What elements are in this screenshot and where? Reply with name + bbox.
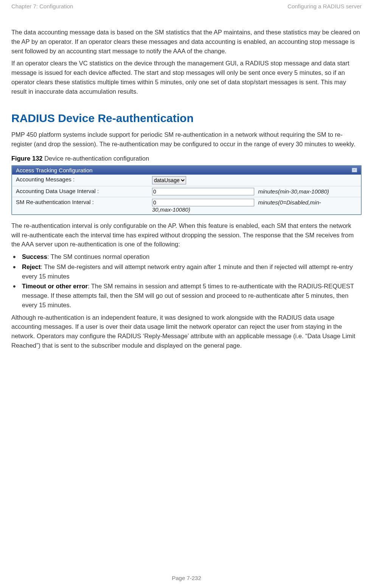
input-data-usage-interval[interactable] [152, 188, 254, 195]
input-reauth-interval[interactable] [152, 199, 254, 206]
paragraph-pmp450: PMP 450 platform systems include support… [11, 130, 362, 149]
response-list: Success: The SM continues normal operati… [11, 252, 362, 310]
paragraph-vc-statistics: If an operator clears the VC statistics … [11, 59, 362, 96]
figure-caption: Figure 132 Device re-authentication conf… [11, 155, 362, 162]
text-success: : The SM continues normal operation [47, 253, 149, 260]
figure-label: Figure 132 [11, 155, 43, 162]
hint-reauth-interval-a: minutes(0=Disabled,min- [256, 199, 321, 206]
access-tracking-config-panel: Access Tracking Configuration − Accounti… [11, 165, 362, 215]
page-footer: Page 7-232 [0, 575, 373, 581]
row-accounting-messages: Accounting Messages : dataUsage [12, 175, 361, 186]
row-data-usage-interval: Accounting Data Usage Interval : minutes… [12, 186, 361, 197]
header-left: Chapter 7: Configuration [11, 3, 73, 9]
header-right: Configuring a RADIUS server [288, 3, 362, 9]
list-item-success: Success: The SM continues normal operati… [11, 252, 362, 262]
section-heading-radius-reauth: RADIUS Device Re-authentication [11, 112, 362, 125]
list-item-reject: Reject: The SM de-registers and will att… [11, 262, 362, 281]
list-item-timeout: Timeout or other error: The SM remains i… [11, 282, 362, 309]
strong-reject: Reject [22, 263, 41, 270]
page-header: Chapter 7: Configuration Configuring a R… [11, 0, 362, 28]
strong-timeout: Timeout or other error [22, 283, 88, 289]
label-accounting-messages: Accounting Messages : [12, 175, 148, 186]
paragraph-reply-message: Although re-authentication is an indepen… [11, 313, 362, 350]
hint-data-usage-interval: minutes(min-30,max-10080) [256, 188, 329, 195]
paragraph-reauth-interval: The re-authentication interval is only c… [11, 221, 362, 249]
row-reauth-interval: SM Re-authentication Interval : minutes(… [12, 197, 361, 214]
paragraph-data-accounting: The data accounting message data is base… [11, 28, 362, 56]
select-accounting-messages[interactable]: dataUsage [152, 176, 186, 184]
panel-title: Access Tracking Configuration [16, 167, 93, 173]
panel-table: Accounting Messages : dataUsage Accounti… [12, 175, 361, 214]
label-data-usage-interval: Accounting Data Usage Interval : [12, 186, 148, 197]
label-reauth-interval: SM Re-authentication Interval : [12, 197, 148, 214]
collapse-icon[interactable]: − [352, 168, 357, 172]
figure-caption-text: Device re-authentication configuration [43, 155, 149, 162]
panel-header: Access Tracking Configuration − [12, 166, 361, 175]
strong-success: Success [22, 253, 47, 260]
text-reject: : The SM de-registers and will attempt n… [22, 263, 353, 280]
hint-reauth-interval-b: 30,max-10080) [152, 206, 190, 213]
